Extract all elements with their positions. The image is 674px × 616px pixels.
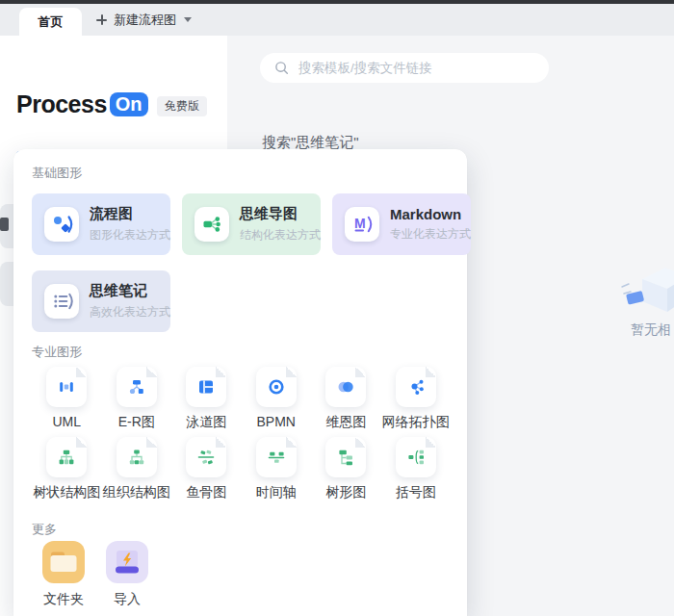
create-item-er-diagram[interactable]: E-R图	[102, 367, 172, 431]
network-topology-file-icon	[396, 367, 436, 407]
tree-structure-file-icon	[46, 437, 87, 477]
search-input[interactable]	[297, 60, 549, 76]
search-icon	[274, 61, 289, 75]
svg-text:M: M	[354, 216, 366, 231]
tab-new-flowchart-label: 新建流程图	[114, 12, 176, 29]
plus-icon	[96, 14, 107, 25]
create-item-fishbone[interactable]: 鱼骨图	[171, 437, 242, 501]
flowchart-icon	[44, 207, 79, 242]
mind-note-icon	[44, 284, 79, 319]
card-title: 思维笔记	[90, 282, 170, 300]
processon-home-screen: 首页 新建流程图 Process On 免费版 新建 搜索"思维笔记"	[0, 0, 674, 616]
uml-file-icon	[46, 367, 87, 407]
er-diagram-file-icon	[117, 367, 157, 407]
empty-illustration	[621, 260, 674, 320]
create-item-swimlane[interactable]: 泳道图	[171, 367, 242, 431]
create-item-network-topology[interactable]: 网络拓扑图	[381, 367, 452, 431]
tab-home[interactable]: 首页	[19, 8, 82, 36]
create-item-folder[interactable]: 文件夹	[32, 541, 95, 608]
org-chart-file-icon	[117, 437, 157, 477]
create-item-tree-diagram[interactable]: 树形图	[311, 437, 381, 501]
create-item-import[interactable]: 导入	[95, 541, 159, 608]
card-desc: 专业化表达方式	[390, 226, 471, 243]
empty-state: 暂无相	[616, 260, 674, 323]
card-title: 流程图	[90, 205, 170, 223]
bracket-diagram-file-icon	[396, 437, 436, 477]
browser-tab-bar: 首页 新建流程图	[0, 4, 674, 36]
section-pro-label: 专业图形	[32, 344, 82, 361]
create-menu-popup: 基础图形 流程图 图形化表达方式	[13, 149, 467, 616]
section-more-label: 更多	[32, 521, 57, 538]
tree-diagram-file-icon	[325, 437, 366, 477]
create-item-venn[interactable]: 维恩图	[311, 367, 381, 431]
create-card-mindmap[interactable]: 思维导图 结构化表达方式	[182, 193, 321, 255]
create-item-tree-structure[interactable]: 树状结构图	[32, 437, 102, 501]
card-desc: 高效化表达方式	[90, 304, 170, 321]
venn-file-icon	[325, 367, 366, 407]
markdown-icon: M	[345, 207, 379, 242]
tab-new-flowchart[interactable]: 新建流程图	[96, 4, 192, 36]
mindmap-icon	[194, 207, 229, 242]
create-item-timeline[interactable]: 时间轴	[242, 437, 312, 501]
logo-on-badge: On	[110, 92, 148, 116]
create-card-flowchart[interactable]: 流程图 图形化表达方式	[32, 193, 170, 255]
chevron-down-icon	[184, 17, 192, 22]
create-item-bpmn[interactable]: BPMN	[242, 367, 312, 431]
pro-row-2: 树状结构图 组织结构图	[32, 437, 451, 501]
card-title: Markdown	[390, 206, 471, 222]
card-desc: 结构化表达方式	[240, 227, 321, 244]
basic-cards: 流程图 图形化表达方式 思维导图 结构化表达方式	[32, 193, 451, 332]
bpmn-file-icon	[256, 367, 297, 407]
create-item-bracket-diagram[interactable]: 括号图	[381, 437, 452, 501]
logo-text: Process	[16, 90, 107, 118]
section-basic-label: 基础图形	[32, 165, 82, 182]
card-desc: 图形化表达方式	[90, 227, 170, 244]
empty-state-text: 暂无相	[631, 321, 671, 339]
import-icon	[106, 541, 148, 583]
fishbone-file-icon	[186, 437, 226, 477]
folder-icon	[42, 541, 85, 583]
create-item-org-chart[interactable]: 组织结构图	[102, 437, 172, 501]
tab-home-label: 首页	[39, 13, 64, 31]
create-card-mind-note[interactable]: 思维笔记 高效化表达方式	[32, 270, 170, 332]
search-bar[interactable]	[260, 53, 549, 83]
processon-logo: Process On	[16, 90, 148, 118]
timeline-file-icon	[256, 437, 297, 477]
create-card-markdown[interactable]: M Markdown 专业化表达方式	[332, 193, 471, 255]
more-row: 文件夹 导入	[32, 541, 159, 608]
create-item-uml[interactable]: UML	[32, 367, 102, 431]
card-title: 思维导图	[240, 205, 321, 223]
sidebar-item-icon	[0, 218, 9, 231]
swimlane-file-icon	[186, 367, 226, 407]
pro-row-1: UML E-R图	[32, 367, 451, 431]
plan-badge: 免费版	[157, 96, 207, 116]
